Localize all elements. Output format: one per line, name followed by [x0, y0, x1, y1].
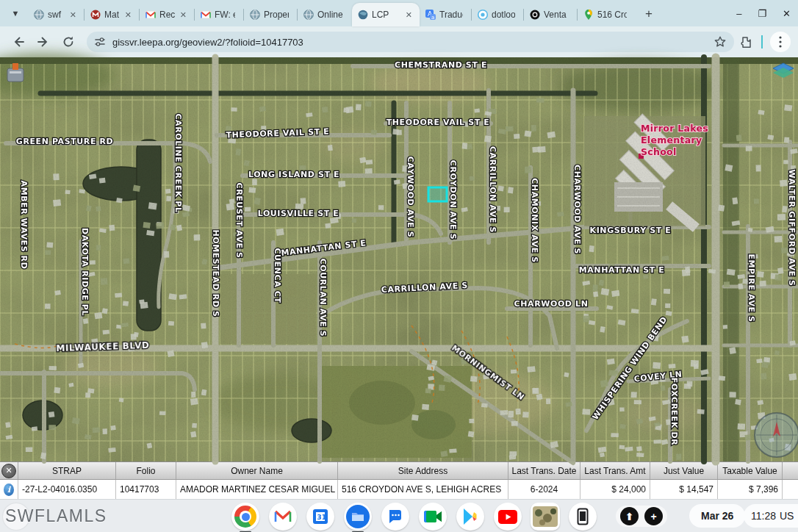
tab-516-cro[interactable]: 516 Cro: [578, 3, 635, 26]
column-header: Owner Name: [176, 462, 338, 479]
table-data-row[interactable]: i-27-L2-04016.035010417703AMADOR MARTINE…: [0, 480, 798, 500]
column-header: Folio: [116, 462, 176, 479]
phone-app-icon[interactable]: [568, 502, 597, 531]
street-label: LONG ISLAND ST E: [248, 170, 339, 179]
tab-traduct[interactable]: AaTraduct: [420, 3, 471, 26]
window-controls: – ❐ ✕: [736, 0, 791, 26]
tabs-holder: swf✕Mat✕Rec✕FW: excPropertOnline FLCP✕Aa…: [28, 3, 635, 26]
gis-map-canvas[interactable]: CHEMSTRAND ST ETHEODORE VAIL ST ETHEODOR…: [0, 57, 798, 461]
column-header: Taxable Value: [718, 462, 783, 479]
street-label: CHAMONIX AVE S: [530, 178, 539, 263]
street-label: CROYDON AVE S: [448, 160, 458, 240]
street-label: COURLAN AVE S: [318, 259, 328, 337]
tab-online-f[interactable]: Online F: [298, 3, 352, 26]
tab-propert[interactable]: Propert: [244, 3, 297, 26]
tab-label: LCP: [372, 10, 400, 20]
forward-icon[interactable]: [33, 32, 54, 52]
dotloop-icon: [477, 9, 489, 21]
school-label-line: School: [641, 146, 677, 157]
gmail-icon: [200, 9, 212, 21]
browser-toolbar: gissvr.leepa.org/geoview2/?folioid=10417…: [0, 26, 798, 57]
gmail-app-icon[interactable]: [268, 502, 298, 531]
row-info-cell: i: [0, 480, 18, 499]
tab-label: Rec: [159, 10, 175, 20]
column-header: Site Address: [338, 462, 508, 479]
address-bar[interactable]: gissvr.leepa.org/geoview2/?folioid=10417…: [87, 32, 734, 52]
files-app-icon[interactable]: [343, 502, 373, 531]
parcel-info-icon[interactable]: i: [4, 484, 14, 496]
table-close-button[interactable]: ✕: [1, 464, 16, 478]
date-pill[interactable]: Mar 26: [689, 504, 745, 528]
tab-label: dotloop: [492, 10, 515, 20]
street-label: CHARWOOD LN: [514, 299, 589, 309]
new-tab-button[interactable]: +: [639, 4, 658, 24]
bookmark-star-icon[interactable]: [713, 35, 727, 48]
clock: 11:28: [751, 510, 776, 522]
tab-close-icon[interactable]: ✕: [123, 10, 134, 21]
matrix-icon: [90, 9, 101, 21]
tab-close-icon[interactable]: ✕: [403, 10, 414, 21]
street-label: AMBER WAVES RD: [19, 181, 29, 270]
tab-venta-lo[interactable]: Venta lo: [524, 3, 577, 26]
gallery-app-icon[interactable]: [531, 502, 560, 531]
column-header: Just Value: [650, 462, 718, 479]
globe-icon: [249, 9, 261, 21]
close-icon[interactable]: ✕: [783, 9, 791, 18]
column-header: STRAP: [18, 462, 116, 479]
tab-label: 516 Cro: [597, 10, 627, 20]
reload-icon[interactable]: [58, 32, 79, 52]
tab-fw-exc[interactable]: FW: exc: [195, 3, 243, 26]
tab-swf[interactable]: swf✕: [28, 3, 84, 26]
tab-mat[interactable]: Mat✕: [85, 3, 139, 26]
chat-app-icon[interactable]: [381, 502, 410, 531]
tab-label: Online F: [317, 10, 344, 20]
play-app-icon[interactable]: [456, 502, 485, 531]
selected-parcel-highlight[interactable]: [428, 187, 447, 201]
table-close-cell: ✕: [0, 462, 18, 479]
row-cell: -27-L2-04016.0350: [18, 480, 116, 499]
row-cell: AMADOR MARTINEZ CESAR MIGUEL: [176, 480, 338, 499]
globe-icon: [303, 9, 314, 21]
shelf-quick-buttons: ⬆+: [616, 506, 667, 527]
tab-search-button[interactable]: ▼: [6, 4, 25, 23]
street-label: CARRILLON AVE S: [488, 146, 497, 233]
status-tray[interactable]: 11:28 US: [744, 504, 798, 528]
tab-lcp[interactable]: LCP✕: [352, 3, 420, 26]
header-filler: [783, 462, 798, 479]
plus-quick-button-icon[interactable]: +: [644, 507, 663, 525]
tab-close-icon[interactable]: ✕: [178, 10, 189, 21]
venta-icon: [529, 9, 541, 21]
compass-widget[interactable]: [755, 413, 798, 457]
minimize-icon[interactable]: –: [736, 9, 741, 18]
sphere-icon: [357, 9, 369, 21]
svg-text:31: 31: [317, 514, 327, 521]
arrow-up-quick-button-icon[interactable]: ⬆: [620, 507, 639, 525]
youtube-app-icon[interactable]: [493, 502, 522, 531]
column-header: Last Trans. Date: [508, 462, 580, 479]
tab-label: swf: [48, 10, 65, 20]
files-icon: [344, 503, 372, 531]
browser-menu-icon[interactable]: [770, 32, 791, 52]
tab-rec[interactable]: Rec✕: [140, 3, 194, 26]
translate-icon: Aa: [425, 9, 436, 21]
street-label: DAKOTA RIDGE PL: [80, 228, 90, 316]
tab-label: Propert: [264, 10, 289, 20]
street-label: LOUISVILLE ST E: [258, 209, 339, 218]
row-filler: [783, 480, 798, 499]
calendar-app-icon[interactable]: 31: [306, 502, 335, 531]
tab-dotloop[interactable]: dotloop: [472, 3, 523, 26]
meet-app-icon[interactable]: [418, 502, 447, 531]
site-settings-icon[interactable]: [94, 36, 106, 48]
row-cell: $ 14,547: [650, 480, 718, 499]
chrome-app-icon[interactable]: [231, 502, 260, 531]
svg-text:a: a: [431, 15, 434, 21]
back-icon[interactable]: [8, 32, 29, 52]
keyboard-layout: US: [780, 510, 794, 522]
aerial-map[interactable]: CHEMSTRAND ST ETHEODORE VAIL ST ETHEODOR…: [0, 57, 798, 461]
tab-close-icon[interactable]: ✕: [68, 10, 79, 21]
restore-icon[interactable]: ❐: [758, 9, 766, 18]
extensions-icon[interactable]: [740, 35, 754, 49]
table-header-row: ✕STRAPFolioOwner NameSite AddressLast Tr…: [0, 462, 798, 480]
mapspin-icon: [583, 9, 594, 21]
row-cell: 516 CROYDON AVE S, LEHIGH ACRES: [338, 480, 508, 499]
